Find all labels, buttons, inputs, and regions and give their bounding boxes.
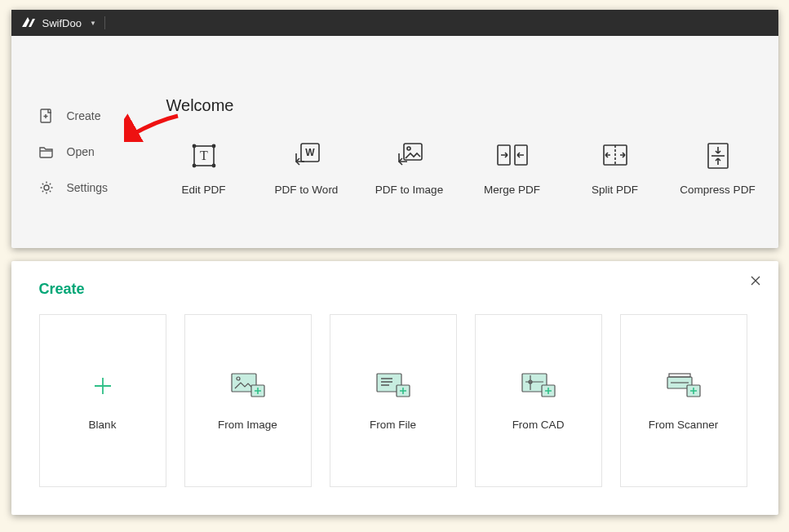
action-edit-pdf[interactable]: T Edit PDF: [160, 140, 248, 196]
sidebar-item-settings[interactable]: Settings: [28, 170, 157, 206]
actions-row: T Edit PDF W PDF to Word PDF to Image: [160, 140, 762, 196]
create-card-from-scanner[interactable]: From Scanner: [620, 314, 747, 487]
svg-text:W: W: [305, 147, 315, 158]
card-label: From File: [370, 419, 416, 431]
sidebar-item-label: Create: [67, 109, 101, 122]
create-cards-row: Blank From Image From File From CAD From: [39, 314, 751, 487]
image-plus-icon: [230, 371, 266, 401]
card-label: From Scanner: [649, 419, 719, 431]
create-card-from-image[interactable]: From Image: [184, 314, 312, 487]
action-label: Compress PDF: [680, 184, 755, 196]
card-label: From Image: [218, 419, 277, 431]
gear-icon: [38, 180, 55, 195]
swifdoo-logo-icon: [21, 16, 36, 31]
pdf-to-word-icon: W: [290, 140, 323, 172]
create-panel: Create Blank From Image From File From C…: [11, 261, 778, 515]
svg-point-11: [407, 147, 410, 150]
svg-rect-25: [669, 374, 690, 377]
sidebar-item-open[interactable]: Open: [28, 134, 157, 170]
sidebar-item-create[interactable]: Create: [28, 98, 157, 134]
action-label: PDF to Image: [375, 184, 443, 196]
svg-point-6: [212, 164, 215, 166]
card-label: Blank: [89, 419, 117, 431]
plus-icon: [91, 371, 114, 401]
create-card-from-file[interactable]: From File: [330, 314, 457, 487]
action-label: Edit PDF: [181, 184, 225, 196]
open-folder-icon: [38, 145, 55, 158]
create-page-icon: [38, 109, 55, 123]
action-label: PDF to Word: [275, 184, 339, 196]
pdf-to-image-icon: [393, 140, 426, 172]
svg-point-5: [193, 164, 195, 166]
close-icon[interactable]: [747, 273, 764, 289]
action-label: Merge PDF: [484, 184, 540, 196]
app-brand: SwifDoo: [42, 17, 82, 29]
action-pdf-to-image[interactable]: PDF to Image: [366, 140, 454, 196]
main-area: Welcome T Edit PDF W PDF to Word: [157, 55, 762, 215]
file-plus-icon: [375, 371, 411, 401]
action-compress-pdf[interactable]: Compress PDF: [674, 140, 762, 196]
merge-pdf-icon: [496, 140, 529, 172]
title-bar: SwifDoo ▼: [11, 10, 778, 36]
create-card-from-cad[interactable]: From CAD: [475, 314, 602, 487]
svg-point-4: [212, 144, 215, 147]
create-card-blank[interactable]: Blank: [39, 314, 166, 487]
action-split-pdf[interactable]: Split PDF: [571, 140, 659, 196]
action-pdf-to-word[interactable]: W PDF to Word: [263, 140, 351, 196]
compress-pdf-icon: [702, 140, 734, 172]
brand-dropdown-icon[interactable]: ▼: [90, 20, 96, 27]
edit-pdf-icon: T: [188, 140, 220, 172]
action-label: Split PDF: [592, 184, 638, 196]
action-merge-pdf[interactable]: Merge PDF: [468, 140, 556, 196]
split-pdf-icon: [599, 140, 632, 172]
sidebar-item-label: Open: [67, 145, 95, 158]
create-heading: Create: [39, 281, 751, 298]
sidebar: Create Open Settings: [28, 55, 157, 215]
scanner-plus-icon: [666, 371, 702, 401]
svg-point-3: [193, 144, 195, 147]
welcome-heading: Welcome: [166, 96, 762, 115]
sidebar-item-label: Settings: [67, 181, 109, 194]
card-label: From CAD: [512, 419, 565, 431]
svg-text:T: T: [200, 149, 208, 162]
welcome-panel: SwifDoo ▼ Create Open: [11, 10, 778, 248]
svg-point-1: [44, 185, 49, 190]
titlebar-divider: [104, 16, 105, 29]
cad-plus-icon: [521, 371, 556, 401]
